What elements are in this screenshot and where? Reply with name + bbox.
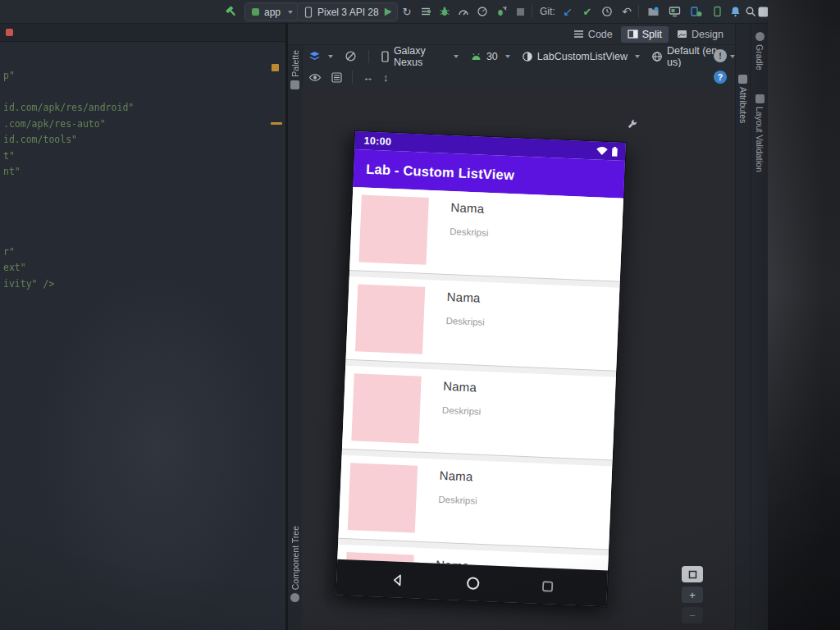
component-tree-tool-button[interactable]: Component Tree — [288, 526, 302, 602]
preview-device-select[interactable]: Galaxy Nexus — [381, 45, 459, 68]
main-toolbar: app Pixel 3 API 28 ↻ Git — [0, 0, 768, 24]
render-settings-wrench-icon[interactable] — [627, 118, 637, 133]
right-toolwindow-bar: Attributes Gradle Layout Validation — [735, 24, 768, 630]
layers-icon — [308, 51, 321, 62]
run-button[interactable] — [379, 3, 395, 20]
custom-listview: Nama Deskripsi Nama Deskripsi Nama Deskr… — [337, 187, 623, 570]
no-color-icon — [345, 50, 357, 62]
tab-design-label: Design — [692, 29, 724, 40]
profiler-gauge-button[interactable] — [474, 3, 491, 20]
attributes-tool-button[interactable]: Attributes — [736, 75, 750, 123]
code-line: r" — [3, 246, 274, 262]
android-studio-window: app Pixel 3 API 28 ↻ Git — [0, 0, 768, 630]
phone-device-icon — [381, 51, 390, 62]
git-rollback-button[interactable]: ↶ — [619, 3, 635, 20]
inspection-status-marker[interactable] — [272, 64, 279, 71]
zoom-to-fit-button[interactable] — [682, 566, 703, 582]
color-blind-mode-button[interactable] — [345, 50, 357, 62]
item-description: Deskripsi — [442, 405, 482, 417]
git-label: Git: — [540, 6, 555, 17]
scrollbar-warning-marker[interactable] — [271, 122, 282, 125]
toolbar-separator — [352, 71, 353, 84]
tab-code[interactable]: Code — [567, 26, 619, 43]
notifications-bell-icon[interactable] — [727, 3, 743, 20]
zoom-out-button[interactable]: − — [682, 607, 703, 623]
app-module-icon — [251, 7, 260, 16]
api-level-label: 30 — [486, 51, 498, 62]
orientation-list-icon[interactable] — [331, 72, 342, 83]
zoom-in-button[interactable]: + — [682, 587, 703, 603]
theme-icon — [522, 51, 533, 62]
design-toolbar-row1: Galaxy Nexus 30 LabCustomListView Defaul… — [302, 45, 735, 68]
layout-height-icon[interactable]: ↕ — [383, 71, 389, 84]
sdk-manager-button[interactable] — [709, 3, 725, 20]
api-level-select[interactable]: 30 — [470, 51, 510, 62]
run-configuration-label: app — [264, 7, 281, 18]
help-badge[interactable]: ? — [714, 71, 727, 84]
device-select-label: Pixel 3 API 28 — [317, 7, 379, 18]
code-line — [3, 230, 274, 246]
editor-tab-strip — [0, 24, 285, 42]
project-structure-button[interactable] — [645, 3, 661, 20]
build-hammer-icon[interactable] — [223, 3, 240, 20]
list-item[interactable]: Nama Deskripsi — [346, 276, 620, 371]
attach-debugger-button[interactable] — [493, 3, 509, 20]
design-surface-select[interactable] — [308, 51, 333, 62]
design-surface[interactable]: 10:00 Lab - Custom ListView Nama Deskrip… — [302, 87, 735, 630]
device-manager-button[interactable] — [687, 3, 704, 20]
chevron-down-icon — [635, 55, 640, 58]
code-mode-icon — [573, 30, 584, 39]
code-line: p" — [3, 70, 274, 86]
toolbar-separator — [532, 5, 532, 18]
theme-select[interactable]: LabCustomListView — [522, 51, 640, 62]
profile-button[interactable] — [455, 3, 472, 20]
apply-changes-button[interactable]: ↻ — [399, 3, 415, 20]
gradle-icon — [756, 32, 765, 41]
tab-design[interactable]: Design — [670, 26, 730, 43]
git-commit-button[interactable]: ✔ — [579, 3, 596, 20]
gradle-label: Gradle — [755, 44, 765, 71]
stop-button[interactable] — [512, 3, 528, 20]
profile-avatar-button[interactable] — [755, 3, 768, 20]
debug-button[interactable] — [436, 3, 453, 20]
running-devices-button[interactable] — [666, 3, 682, 20]
tab-code-label: Code — [588, 29, 613, 40]
wifi-icon — [596, 145, 608, 156]
render-issues-badge[interactable]: ! — [714, 49, 727, 62]
attributes-icon — [738, 75, 747, 84]
list-item[interactable]: Nama Deskripsi — [342, 366, 616, 460]
editor-mode-tabs: Code Split Design — [288, 24, 735, 45]
layout-validation-tool-button[interactable]: Layout Validation — [751, 94, 768, 172]
list-item[interactable]: Nama Deskripsi — [338, 455, 612, 550]
xml-file-icon — [6, 29, 13, 36]
tab-split[interactable]: Split — [621, 26, 669, 43]
design-mode-icon — [677, 30, 687, 39]
code-line: id.com/apk/res/android" — [3, 102, 274, 118]
code-editor-panel[interactable]: p" id.com/apk/res/android" .com/apk/res-… — [0, 24, 285, 630]
code-line: ext" — [3, 262, 274, 278]
back-button-icon[interactable] — [390, 573, 404, 587]
code-line: nt" — [3, 166, 274, 182]
item-thumbnail — [358, 194, 428, 264]
layout-width-icon[interactable]: ↔ — [363, 71, 373, 84]
item-thumbnail — [351, 373, 421, 443]
gradle-tool-button[interactable]: Gradle — [751, 32, 768, 71]
code-line — [3, 198, 274, 214]
list-item[interactable]: Nama Deskripsi — [349, 187, 623, 281]
chevron-down-icon — [288, 11, 293, 14]
code-line — [3, 182, 274, 199]
run-configuration-select[interactable]: app — [244, 2, 299, 21]
apply-code-changes-button[interactable] — [418, 3, 434, 20]
status-time: 10:00 — [363, 135, 391, 148]
code-line: .com/apk/res-auto" — [3, 118, 274, 135]
recents-button-icon[interactable] — [541, 580, 554, 593]
palette-tool-button[interactable]: Palette — [288, 50, 302, 89]
git-update-button[interactable]: ↙ — [559, 3, 576, 20]
globe-icon — [651, 51, 663, 62]
home-button-icon[interactable] — [464, 575, 481, 591]
item-name: Nama — [443, 379, 477, 395]
git-history-button[interactable] — [599, 3, 615, 20]
preview-device-label: Galaxy Nexus — [394, 45, 446, 68]
view-options-eye-icon[interactable] — [308, 72, 322, 83]
phone-preview[interactable]: 10:00 Lab - Custom ListView Nama Deskrip… — [336, 131, 625, 606]
